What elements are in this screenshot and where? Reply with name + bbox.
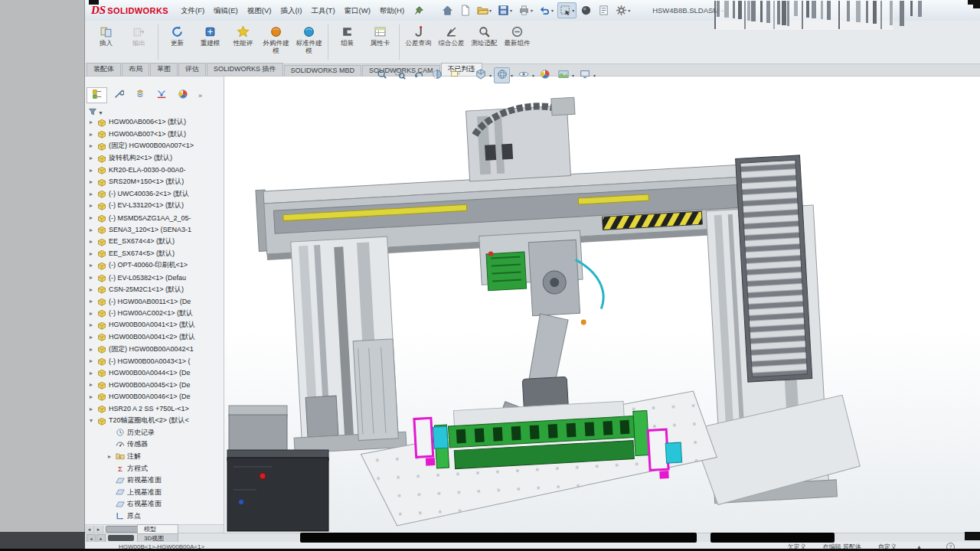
expand-arrow-icon[interactable]: ▸ [90,393,97,400]
expand-arrow-icon[interactable]: ▸ [90,321,97,328]
expand-arrow-icon[interactable]: ▸ [90,310,97,317]
menu-item-3[interactable]: 插入(I) [276,6,306,15]
tree-component-4[interactable]: ▸KR20-ELA-0030-0-00A0- [85,164,224,176]
panel-tab-dimxpert-manager[interactable] [151,87,172,103]
tree-component-19[interactable]: ▸(固定) HGW00B00A0042<1 [85,343,224,355]
ribbon-button-clamp[interactable]: 组装 [331,21,364,48]
tree-component-22[interactable]: ▸HGW00B00A0045<1> (De [85,379,224,391]
tree-component-16[interactable]: ▸(-) HGW00AC002<1> (默认 [85,308,224,320]
expand-arrow-icon[interactable]: ▸ [90,250,97,257]
dropdown-caret-icon[interactable]: ▾ [531,8,533,13]
tree-feature-4[interactable]: 前视基准面 [85,474,224,487]
expand-arrow-icon[interactable]: ▸ [90,286,97,293]
expand-arrow-icon[interactable]: ▸ [90,346,97,353]
menu-item-1[interactable]: 编辑(E) [209,6,243,15]
ribbon-button-tol-query[interactable]: 公差查询 [402,21,435,48]
menu-item-4[interactable]: 工具(T) [306,6,339,15]
tree-feature-7[interactable]: 原点 [85,510,224,523]
tree-component-3[interactable]: ▸旋转机构2<1> (默认) [85,152,224,165]
tree-component-13[interactable]: ▸(-) EV-L05382<1> (Defau [85,272,224,284]
tree-component-20[interactable]: ▸(-) HGW00B00A0043<1> ( [85,355,224,367]
tree-feature-6[interactable]: 右视基准面 [85,498,224,510]
tree-component-10[interactable]: ▸EE_SX674<4> (默认) [85,236,224,248]
dropdown-caret-icon[interactable]: ▾ [551,8,554,13]
document-properties-button[interactable] [596,2,612,18]
panel-expand-chevron-icon[interactable]: » [198,92,202,99]
graphics-viewport[interactable] [224,77,980,533]
panel-tab-property-manager[interactable] [108,87,129,103]
expand-arrow-icon[interactable]: ▸ [90,142,97,149]
panel-tab-feature-manager[interactable] [87,87,107,103]
tree-component-6[interactable]: ▸(-) UWC40036-2<1> (默认 [85,188,224,201]
expand-arrow-icon[interactable]: ▸ [90,357,97,364]
command-tab-0[interactable]: 装配体 [87,63,121,76]
tree-component-11[interactable]: ▸EE_SX674<5> (默认) [85,248,224,260]
ribbon-button-insert[interactable]: 插入 [90,21,122,48]
dropdown-caret-icon[interactable]: ▾ [511,73,513,78]
undo-button[interactable]: ▾ [537,2,556,18]
command-tab-1[interactable]: 布局 [122,63,149,76]
ribbon-button-rebuild[interactable]: 重建模 [194,21,227,48]
print-button[interactable]: ▾ [516,2,535,18]
tree-component-14[interactable]: ▸CSN-25M2C1<1> (默认) [85,283,224,295]
zoom-fit-button[interactable] [374,67,390,83]
ribbon-button-update[interactable]: 更新 [161,21,194,48]
new-document-button[interactable] [457,2,473,18]
tree-feature-2[interactable]: ▸A注解 [85,451,224,463]
dropdown-caret-icon[interactable]: ▾ [510,8,512,13]
tree-feature-5[interactable]: 上视基准面 [85,486,224,498]
hide-show-items-button[interactable] [515,67,531,83]
tree-component-15[interactable]: ▸(-) HGW00AB0011<1> (De [85,295,224,308]
dynamic-annotation-button[interactable] [447,67,463,83]
tree-component-12[interactable]: ▸(-) OPT-40060-印刷机<1> [85,259,224,272]
panel-tab-configuration-manager[interactable] [129,87,150,103]
dropdown-caret-icon[interactable]: ▾ [532,73,534,78]
select-button[interactable]: ▾ [557,2,577,18]
dropdown-caret-icon[interactable]: ▾ [572,8,574,13]
tree-feature-0[interactable]: 历史记录 [85,426,224,439]
panel-tab-display-manager[interactable] [172,87,193,103]
home-button[interactable] [439,2,456,18]
tree-component-25[interactable]: ▾T20轴蓝圈电机<2> (默认< [85,415,224,427]
view-settings-button[interactable] [577,67,593,83]
scroll-right-arrow[interactable]: ▸ [94,526,103,533]
tree-component-1[interactable]: ▸HGW00AB007<1> (默认) [85,129,224,141]
ribbon-button-tol-combined[interactable]: 综合公差 [435,21,468,48]
expand-arrow-icon[interactable]: ▾ [90,417,97,424]
menu-item-5[interactable]: 窗口(W) [340,6,375,15]
dropdown-caret-icon[interactable]: ▾ [489,8,492,13]
expand-arrow-icon[interactable]: ▸ [90,262,97,269]
expand-arrow-icon[interactable]: ▸ [90,155,97,161]
expand-arrow-icon[interactable]: ▸ [90,406,97,412]
edit-appearance-button[interactable] [537,67,553,83]
menu-item-0[interactable]: 文件(F) [176,6,209,15]
menu-item-6[interactable]: 帮助(H) [375,6,409,15]
section-view-button[interactable] [429,67,445,83]
menu-item-2[interactable]: 视图(V) [243,6,276,15]
save-button[interactable]: ▾ [495,2,514,18]
expand-arrow-icon[interactable]: ▸ [90,334,97,341]
tree-component-5[interactable]: ▸SRS20M+150<1> (默认) [85,176,224,188]
tree-component-7[interactable]: ▸(-) EV-L33120<1> (默认) [85,200,224,212]
dropdown-caret-icon[interactable]: ▾ [572,73,574,78]
ribbon-button-prop-card[interactable]: 属性卡 [364,21,397,48]
doc-scroll-right-icon[interactable]: ▸ [96,534,106,543]
tree-feature-1[interactable]: 传感器 [85,439,224,451]
expand-arrow-icon[interactable]: ▸ [90,119,97,126]
zoom-area-button[interactable] [392,67,408,83]
expand-arrow-icon[interactable]: ▸ [108,453,116,460]
tree-component-17[interactable]: ▸HGW00B00A0041<1> (默认 [85,319,224,331]
expand-arrow-icon[interactable]: ▸ [90,274,97,281]
command-tab-2[interactable]: 草图 [150,63,178,76]
expand-arrow-icon[interactable]: ▸ [90,381,97,388]
ribbon-button-measure[interactable]: 测绘适配 [468,21,501,48]
ribbon-button-star[interactable]: 性能评 [227,21,260,48]
appearance-button[interactable] [578,2,594,18]
command-tab-3[interactable]: 评估 [178,63,206,76]
doc-tab-scrollbar[interactable]: ◂ ▸ [87,534,137,543]
expand-arrow-icon[interactable]: ▸ [90,238,97,245]
dropdown-caret-icon[interactable]: ▾ [489,73,492,78]
doc-scroll-left-icon[interactable]: ◂ [87,534,96,543]
ribbon-button-ball-blue[interactable]: 标准件建模 [292,21,325,55]
expand-arrow-icon[interactable]: ▸ [90,202,97,209]
